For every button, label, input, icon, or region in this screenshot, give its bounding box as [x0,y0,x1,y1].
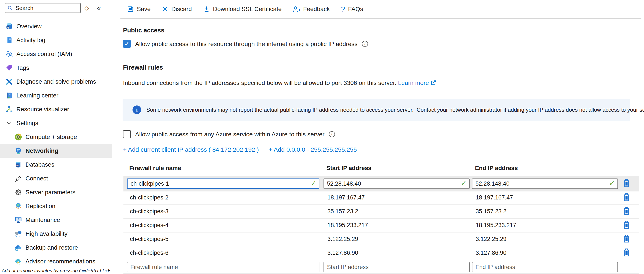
new-start-ip-input-wrap [324,262,470,272]
sidebar-item-learning-center[interactable]: 101 Learning center [0,89,112,102]
firewall-rule-row: ch-clickpipes-3 35.157.23.2 35.157.23.2 [124,204,639,219]
public-access-checkbox[interactable]: ✓ [123,40,131,48]
sidebar-group-settings[interactable]: Settings [0,116,112,130]
sidebar-item-label: Resource visualizer [16,106,69,113]
trash-icon [623,234,630,243]
delete-rule-button[interactable] [623,179,630,188]
favorites-hint: Add or remove favorites by pressing Cmd+… [2,268,110,273]
sidebar-item-backup-restore[interactable]: Backup and restore [0,241,112,254]
question-mark-icon: ? [341,6,345,13]
end-ip-input-wrap: ✓ [472,178,618,189]
search-box[interactable] [5,3,81,13]
sidebar-item-label: Backup and restore [26,244,78,251]
resource-tree-icon [5,105,14,113]
sidebar-item-label: Networking [26,147,58,154]
sidebar-item-server-parameters[interactable]: Server parameters [0,185,112,199]
collapse-sidebar-icon[interactable]: « [93,3,105,13]
new-end-ip-input[interactable] [472,262,618,272]
feedback-person-icon [293,6,300,13]
sidebar-group-label: Settings [16,120,38,127]
info-icon[interactable]: i [362,41,368,47]
sidebar-item-advisor-recommendations[interactable]: Advisor recommendations [0,254,112,268]
gear-icon [14,188,22,196]
command-bar: Save Discard Download SSL Certificate Fe… [121,0,369,18]
end-ip-input[interactable] [472,178,618,189]
sidebar-item-label: Server parameters [26,189,76,196]
sidebar-item-diagnose[interactable]: Diagnose and solve problems [0,75,112,89]
add-client-ip-link[interactable]: + Add current client IP address ( 84.172… [123,146,259,153]
sidebar-item-replication[interactable]: Replication [0,199,112,213]
search-input[interactable] [15,5,78,12]
trash-icon [623,207,630,215]
feedback-button[interactable]: Feedback [287,6,336,13]
new-rule-name-input[interactable] [127,262,320,272]
delete-rule-button[interactable] [623,193,630,202]
backup-cloud-icon [14,243,22,252]
sidebar-item-networking[interactable]: Networking [0,144,112,158]
advisor-cloud-icon [14,257,22,265]
sidebar-item-databases[interactable]: DB Databases [0,158,112,172]
learn-more-link[interactable]: Learn more [398,80,429,86]
add-full-range-link[interactable]: + Add 0.0.0.0 - 255.255.255.255 [269,146,357,153]
database-icon: DB [14,161,22,169]
maintenance-monitor-icon [14,216,22,224]
sidebar-item-connect[interactable]: Connect [0,172,112,185]
sidebar-item-label: Learning center [16,92,58,99]
sidebar-item-label: Maintenance [26,216,60,223]
svg-text:My: My [7,26,9,29]
sidebar-item-overview[interactable]: My Overview [0,20,112,33]
sidebar-item-label: Databases [26,161,54,168]
save-button[interactable]: Save [121,6,156,13]
faqs-button[interactable]: ? FAQs [336,6,369,13]
sidebar-item-activity-log[interactable]: Activity log [0,33,112,47]
trash-icon [623,193,630,202]
sidebar-item-resource-visualizer[interactable]: Resource visualizer [0,102,112,116]
external-link-icon [430,80,436,86]
sidebar-item-maintenance[interactable]: Maintenance [0,213,112,227]
rule-name-input-wrap: ✓ [127,178,320,189]
sidebar-item-compute-storage[interactable]: $ Compute + storage [0,130,112,144]
delete-rule-button[interactable] [623,221,630,230]
delete-rule-button[interactable] [623,234,630,243]
plug-icon [14,174,22,183]
column-header-end: End IP address [475,165,518,172]
content-pane: Save Discard Download SSL Certificate Fe… [112,0,644,274]
info-icon[interactable]: i [329,131,335,137]
sidebar-item-label: High availability [26,230,68,237]
info-banner: i Some network environments may not repo… [122,99,630,121]
azure-services-checkbox-label: Allow public access from any Azure servi… [135,131,324,138]
new-rule-name-input-wrap [127,262,320,272]
firewall-rules-heading: Firewall rules [123,64,163,71]
new-end-ip-input-wrap [472,262,618,272]
sidebar-item-label: Connect [26,175,48,182]
sidebar-item-label: Access control (IAM) [16,51,72,58]
sidebar-item-label: Activity log [16,37,45,44]
discard-button[interactable]: Discard [156,6,198,13]
delete-rule-button[interactable] [623,248,630,257]
chevron-down-icon [5,119,14,127]
azure-networking-page: ◇ « My Overview Activity log Access cont… [0,0,644,274]
tag-icon [5,64,14,72]
firewall-description: Inbound connections from the IP addresse… [123,80,436,86]
firewall-rule-row: ch-clickpipes-6 3.127.86.90 3.127.86.90 [124,246,639,260]
compute-storage-icon: $ [14,133,22,141]
sidebar-item-tags[interactable]: Tags [0,61,112,75]
delete-rule-button[interactable] [623,207,630,216]
start-ip-input[interactable] [324,178,470,189]
sidebar-item-access-control[interactable]: Access control (IAM) [0,47,112,61]
public-access-checkbox-row: ✓ Allow public access to this resource t… [123,40,368,48]
sidebar-item-label: Diagnose and solve problems [16,78,96,85]
sidebar-item-label: Advisor recommendations [26,258,96,265]
add-links-row: + Add current client IP address ( 84.172… [123,146,357,153]
azure-services-checkbox-row: Allow public access from any Azure servi… [123,130,335,139]
diamond-icon[interactable]: ◇ [81,3,93,13]
firewall-rule-row: ch-clickpipes-2 18.197.167.47 18.197.167… [124,191,639,205]
learning-book-icon: 101 [5,91,14,100]
sidebar-item-high-availability[interactable]: High availability [0,227,112,241]
rule-name-input[interactable] [127,178,320,189]
new-start-ip-input[interactable] [324,262,470,272]
discard-x-icon [162,6,168,12]
trash-icon [623,248,630,257]
azure-services-checkbox[interactable] [123,130,131,138]
download-ssl-certificate-button[interactable]: Download SSL Certificate [198,6,287,13]
